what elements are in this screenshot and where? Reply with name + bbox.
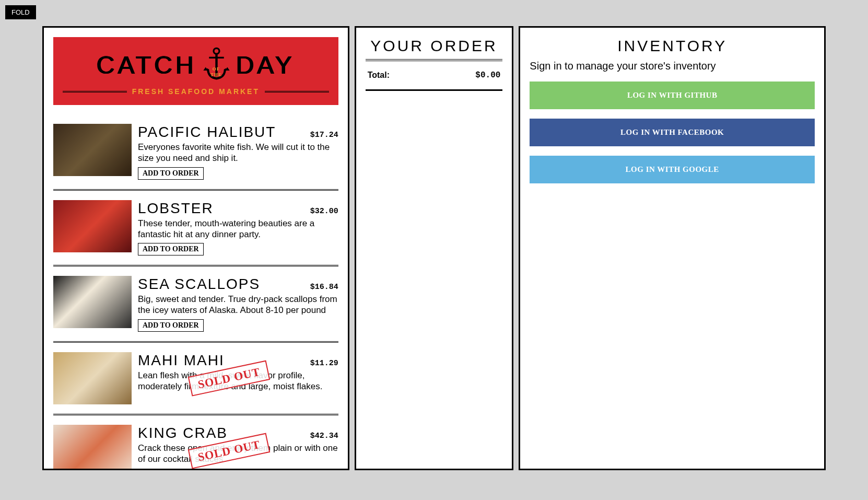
order-divider (366, 59, 503, 61)
fish-image (53, 200, 132, 252)
order-total-row: Total: $0.00 (366, 71, 503, 91)
header-word-catch: CATCH (97, 51, 197, 79)
header-subtitle: FRESH SEAFOOD MARKET (132, 87, 260, 96)
svg-point-0 (214, 48, 219, 54)
subtitle-line-left (63, 91, 127, 92)
fish-name: MAHI MAHI (138, 352, 225, 369)
app-container: CATCH OFTHE DAY FRESH SEAFOOD MAR (42, 26, 826, 470)
fish-price: $17.24 (310, 131, 338, 139)
fish-name: SEA SCALLOPS (138, 276, 260, 293)
anchor-icon: OFTHE (202, 46, 231, 83)
order-title: YOUR ORDER (366, 37, 503, 55)
fish-item: SOLD OUTKING CRAB$42.34Crack these open … (53, 415, 338, 471)
menu-panel: CATCH OFTHE DAY FRESH SEAFOOD MAR (42, 26, 349, 470)
fish-description: These tender, mouth-watering beauties ar… (138, 218, 338, 240)
fish-price: $11.29 (310, 359, 338, 368)
fish-image (53, 425, 132, 471)
add-to-order-button[interactable]: ADD TO ORDER (138, 167, 204, 180)
fish-description: Big, sweet and tender. True dry-pack sca… (138, 294, 338, 316)
fish-image (53, 352, 132, 404)
fish-item: SEA SCALLOPS$16.84Big, sweet and tender.… (53, 266, 338, 343)
login-facebook-button[interactable]: LOG IN WITH FACEBOOK (530, 119, 815, 146)
fish-item: LOBSTER$32.00These tender, mouth-waterin… (53, 191, 338, 267)
fish-name: LOBSTER (138, 200, 214, 217)
subtitle-line-right (265, 91, 329, 92)
add-to-order-button[interactable]: ADD TO ORDER (138, 243, 204, 255)
total-label: Total: (368, 71, 390, 80)
fish-item: PACIFIC HALIBUT$17.24Everyones favorite … (53, 114, 338, 191)
fish-price: $16.84 (310, 283, 338, 292)
login-github-button[interactable]: LOG IN WITH GITHUB (530, 82, 815, 109)
fish-details: MAHI MAHI$11.29Lean flesh with a mild, s… (138, 352, 338, 404)
svg-rect-2 (209, 57, 224, 59)
fish-details: PACIFIC HALIBUT$17.24Everyones favorite … (138, 124, 338, 180)
fish-description: Everyones favorite white fish. We will c… (138, 142, 338, 164)
fish-details: KING CRAB$42.34Crack these open and enjo… (138, 425, 338, 471)
inventory-panel: INVENTORY Sign in to manage your store's… (519, 26, 826, 470)
fish-name: KING CRAB (138, 425, 228, 441)
fish-name: PACIFIC HALIBUT (138, 124, 276, 141)
fish-price: $42.34 (310, 432, 338, 440)
fish-description: Crack these open and enjoy them plain or… (138, 443, 338, 465)
of-the-text: OFTHE (210, 66, 222, 78)
header-word-day: DAY (236, 51, 295, 79)
login-google-button[interactable]: LOG IN WITH GOOGLE (530, 156, 815, 183)
inventory-title: INVENTORY (530, 37, 815, 55)
fish-price: $32.00 (310, 207, 338, 216)
fish-details: SEA SCALLOPS$16.84Big, sweet and tender.… (138, 276, 338, 332)
add-to-order-button[interactable]: ADD TO ORDER (138, 319, 204, 332)
order-panel: YOUR ORDER Total: $0.00 (355, 26, 514, 470)
fold-button[interactable]: FOLD (5, 5, 36, 19)
signin-prompt: Sign in to manage your store's inventory (530, 60, 815, 72)
total-value: $0.00 (475, 71, 500, 80)
header-banner: CATCH OFTHE DAY FRESH SEAFOOD MAR (53, 37, 338, 105)
fish-description: Lean flesh with a mild, sweet flavor pro… (138, 370, 338, 392)
fish-list: PACIFIC HALIBUT$17.24Everyones favorite … (53, 114, 338, 470)
fish-item: SOLD OUTMAHI MAHI$11.29Lean flesh with a… (53, 343, 338, 415)
fish-details: LOBSTER$32.00These tender, mouth-waterin… (138, 200, 338, 256)
fish-image (53, 124, 132, 176)
fish-image (53, 276, 132, 328)
